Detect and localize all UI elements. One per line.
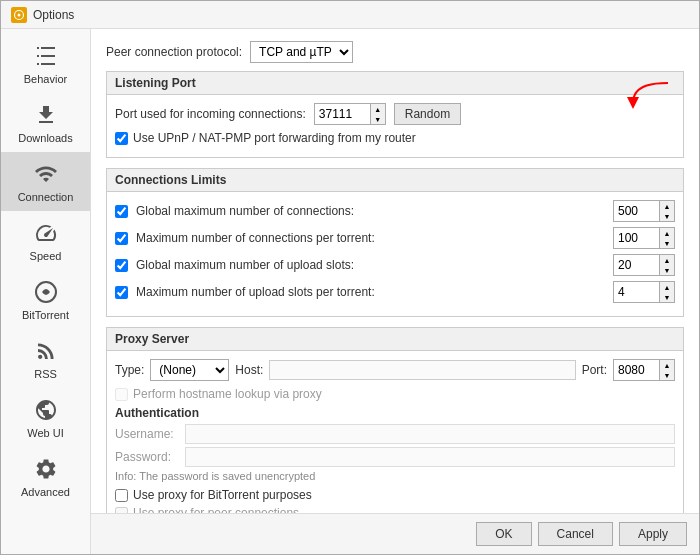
limit-checkbox-1[interactable] [115, 232, 128, 245]
username-input[interactable] [185, 424, 675, 444]
protocol-select[interactable]: TCP and µTP TCP µTP [250, 41, 353, 63]
sidebar-item-speed-label: Speed [30, 250, 62, 262]
limit-up-2[interactable]: ▲ [660, 255, 674, 265]
upnp-checkbox[interactable] [115, 132, 128, 145]
proxy-port-up[interactable]: ▲ [660, 360, 674, 370]
proxy-type-row: Type: (None) SOCKS4 SOCKS5 HTTPS Host: P… [115, 359, 675, 381]
password-label: Password: [115, 450, 180, 464]
limit-checkbox-0[interactable] [115, 205, 128, 218]
port-spinner[interactable]: ▲ ▼ [314, 103, 386, 125]
sidebar-item-rss[interactable]: RSS [1, 329, 90, 388]
limit-down-1[interactable]: ▼ [660, 238, 674, 248]
hostname-lookup-checkbox[interactable] [115, 388, 128, 401]
password-row: Password: [115, 447, 675, 467]
limit-row-3: Maximum number of upload slots per torre… [115, 281, 675, 303]
sidebar-item-webui[interactable]: Web UI [1, 388, 90, 447]
content-area: Behavior Downloads Connection Speed [1, 29, 699, 554]
options-window: Options Behavior Downloads Connect [0, 0, 700, 555]
sidebar-item-behavior[interactable]: Behavior [1, 34, 90, 93]
hostname-lookup-label: Perform hostname lookup via proxy [133, 387, 322, 401]
sidebar-item-rss-label: RSS [34, 368, 57, 380]
limit-spinner-btns-1: ▲ ▼ [659, 228, 674, 248]
cancel-button[interactable]: Cancel [538, 522, 613, 546]
titlebar: Options [1, 1, 699, 29]
sidebar-item-behavior-label: Behavior [24, 73, 67, 85]
proxy-port-spinner[interactable]: ▲ ▼ [613, 359, 675, 381]
sidebar-item-bittorrent-label: BitTorrent [22, 309, 69, 321]
limit-label-2: Global maximum number of upload slots: [136, 258, 605, 272]
advanced-icon [32, 455, 60, 483]
limit-spinner-2[interactable]: ▲ ▼ [613, 254, 675, 276]
webui-icon [32, 396, 60, 424]
proxy-host-input[interactable] [269, 360, 575, 380]
listening-port-header: Listening Port [107, 72, 683, 95]
sidebar-item-downloads[interactable]: Downloads [1, 93, 90, 152]
bittorrent-icon [32, 278, 60, 306]
limit-label-3: Maximum number of upload slots per torre… [136, 285, 605, 299]
limit-input-2[interactable] [614, 256, 659, 274]
svg-point-1 [18, 13, 21, 16]
apply-button[interactable]: Apply [619, 522, 687, 546]
limit-down-2[interactable]: ▼ [660, 265, 674, 275]
limit-up-0[interactable]: ▲ [660, 201, 674, 211]
limit-spinner-3[interactable]: ▲ ▼ [613, 281, 675, 303]
limit-down-0[interactable]: ▼ [660, 211, 674, 221]
proxy-server-body: Type: (None) SOCKS4 SOCKS5 HTTPS Host: P… [107, 351, 683, 513]
connection-limits-section: Connections Limits Global maximum number… [106, 168, 684, 317]
limit-down-3[interactable]: ▼ [660, 292, 674, 302]
password-input[interactable] [185, 447, 675, 467]
upnp-label: Use UPnP / NAT-PMP port forwarding from … [133, 131, 416, 145]
sidebar-item-speed[interactable]: Speed [1, 211, 90, 270]
use-peer-label: Use proxy for peer connections [133, 506, 299, 513]
port-up-btn[interactable]: ▲ [371, 104, 385, 114]
proxy-type-select[interactable]: (None) SOCKS4 SOCKS5 HTTPS [150, 359, 229, 381]
limit-up-1[interactable]: ▲ [660, 228, 674, 238]
limit-row-2: Global maximum number of upload slots: ▲… [115, 254, 675, 276]
limit-input-0[interactable] [614, 202, 659, 220]
connection-limits-header: Connections Limits [107, 169, 683, 192]
connection-icon [32, 160, 60, 188]
ok-button[interactable]: OK [476, 522, 531, 546]
use-bittorrent-label: Use proxy for BitTorrent purposes [133, 488, 312, 502]
use-bittorrent-checkbox[interactable] [115, 489, 128, 502]
limit-input-3[interactable] [614, 283, 659, 301]
sidebar-item-advanced[interactable]: Advanced [1, 447, 90, 506]
limit-spinner-1[interactable]: ▲ ▼ [613, 227, 675, 249]
sidebar-item-webui-label: Web UI [27, 427, 63, 439]
limit-checkbox-2[interactable] [115, 259, 128, 272]
limit-up-3[interactable]: ▲ [660, 282, 674, 292]
titlebar-icon [11, 7, 27, 23]
port-label: Port used for incoming connections: [115, 107, 306, 121]
hostname-lookup-row: Perform hostname lookup via proxy [115, 387, 675, 401]
limit-checkbox-3[interactable] [115, 286, 128, 299]
use-bittorrent-row: Use proxy for BitTorrent purposes [115, 488, 675, 502]
listening-port-body: Port used for incoming connections: ▲ ▼ … [107, 95, 683, 157]
port-down-btn[interactable]: ▼ [371, 114, 385, 124]
sidebar-item-advanced-label: Advanced [21, 486, 70, 498]
proxy-port-input[interactable] [614, 361, 659, 379]
sidebar-item-connection[interactable]: Connection [1, 152, 90, 211]
rss-icon [32, 337, 60, 365]
limit-spinner-0[interactable]: ▲ ▼ [613, 200, 675, 222]
protocol-row: Peer connection protocol: TCP and µTP TC… [106, 41, 684, 63]
proxy-host-label: Host: [235, 363, 263, 377]
footer: OK Cancel Apply [91, 513, 699, 554]
proxy-server-section: Proxy Server Type: (None) SOCKS4 SOCKS5 … [106, 327, 684, 513]
random-button[interactable]: Random [394, 103, 461, 125]
proxy-port-btns: ▲ ▼ [659, 360, 674, 380]
red-arrow [623, 81, 673, 111]
auth-section: Authentication Username: Password: Info:… [115, 406, 675, 482]
proxy-port-down[interactable]: ▼ [660, 370, 674, 380]
titlebar-title: Options [33, 8, 74, 22]
sidebar-item-connection-label: Connection [18, 191, 74, 203]
downloads-icon [32, 101, 60, 129]
proxy-server-header: Proxy Server [107, 328, 683, 351]
limit-label-1: Maximum number of connections per torren… [136, 231, 605, 245]
sidebar-item-bittorrent[interactable]: BitTorrent [1, 270, 90, 329]
main-content: Peer connection protocol: TCP and µTP TC… [91, 29, 699, 513]
limit-input-1[interactable] [614, 229, 659, 247]
main-panel: Peer connection protocol: TCP and µTP TC… [91, 29, 699, 554]
port-input[interactable] [315, 105, 370, 123]
behavior-icon [32, 42, 60, 70]
limit-row-0: Global maximum number of connections: ▲ … [115, 200, 675, 222]
